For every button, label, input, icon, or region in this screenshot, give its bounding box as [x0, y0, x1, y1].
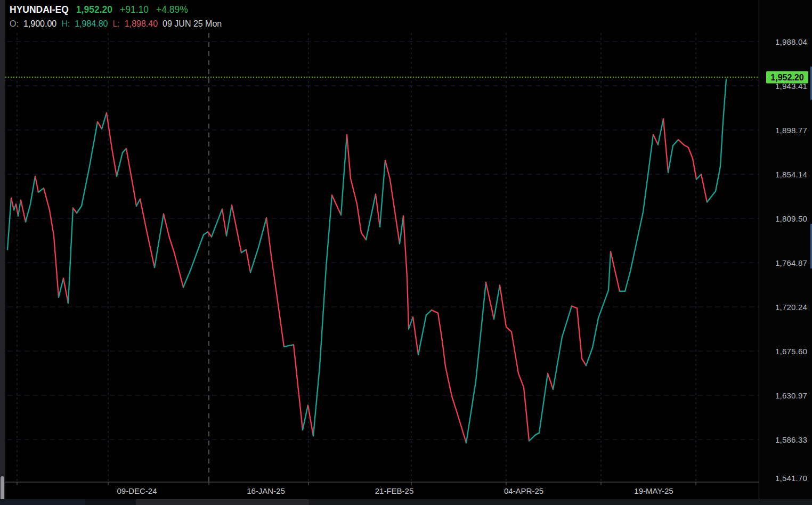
date-axis-label: 04-APR-25	[504, 486, 543, 495]
header-ohl-row: O: 1,900.00 H: 1,984.80 L: 1,898.40 09 J…	[10, 19, 222, 29]
symbol-name: HYUNDAI-EQ	[10, 4, 69, 15]
open-label: O:	[10, 19, 19, 29]
current-price-tag: 1,952.20	[766, 71, 808, 83]
low-value: 1,898.40	[125, 19, 158, 29]
symbol-header: HYUNDAI-EQ 1,952.20 +91.10 +4.89% O: 1,9…	[9, 3, 225, 31]
bottom-scrollbar-thumb[interactable]	[136, 499, 309, 505]
vertical-gridlines	[17, 33, 696, 482]
trading-chart-window: HYUNDAI-EQ 1,952.20 +91.10 +4.89% O: 1,9…	[0, 0, 812, 505]
bottom-strip-segment	[309, 499, 812, 505]
price-axis-label: 1,898.77	[775, 126, 807, 135]
date-axis-label: 19-MAY-25	[634, 486, 673, 495]
axis-lines-and-ticks	[0, 42, 761, 485]
price-axis-label: 1,586.33	[775, 435, 807, 444]
price-line-series	[7, 79, 726, 443]
bottom-strip-segment	[0, 499, 85, 505]
bottom-strip-segment	[85, 499, 136, 505]
session-date: 09 JUN 25 Mon	[163, 19, 222, 29]
price-axis-label: 1,675.60	[775, 347, 807, 356]
low-label: L:	[112, 19, 119, 29]
header-price-row: HYUNDAI-EQ 1,952.20 +91.10 +4.89%	[10, 4, 222, 15]
date-axis-label: 09-DEC-24	[117, 486, 157, 495]
high-value: 1,984.80	[75, 19, 108, 29]
date-axis-label: 21-FEB-25	[375, 486, 414, 495]
price-axis-label: 1,630.97	[775, 391, 807, 400]
price-axis-label: 1,988.04	[775, 37, 807, 46]
bottom-scrollbar-track[interactable]	[0, 499, 812, 505]
open-value: 1,900.00	[23, 19, 56, 29]
last-price: 1,952.20	[76, 4, 112, 15]
horizontal-gridlines	[7, 42, 759, 439]
price-axis-label: 1,764.87	[775, 258, 807, 267]
price-axis-label: 1,809.50	[775, 214, 807, 223]
price-axis[interactable]: 1,988.041,943.411,898.771,854.141,809.50…	[759, 0, 812, 505]
chart-canvas[interactable]	[0, 0, 812, 505]
price-axis-label: 1,541.70	[775, 474, 807, 483]
left-scrollbar-track[interactable]	[0, 0, 5, 505]
high-label: H:	[61, 19, 70, 29]
price-change-percent: +4.89%	[156, 4, 188, 15]
price-axis-label: 1,720.24	[775, 303, 807, 312]
date-axis-label: 16-JAN-25	[247, 486, 285, 495]
price-axis-label: 1,854.14	[775, 170, 807, 179]
price-change: +91.10	[120, 4, 149, 15]
